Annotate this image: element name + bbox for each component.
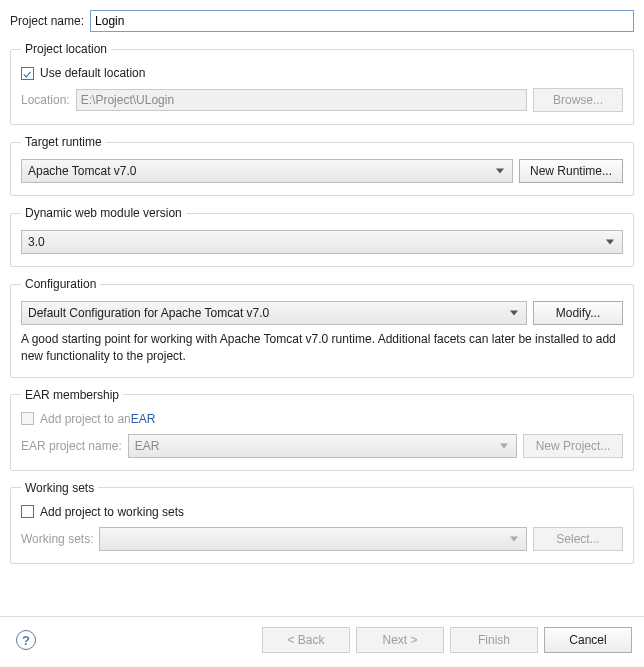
add-to-ear-link[interactable]: EAR: [131, 412, 156, 426]
finish-button: Finish: [450, 627, 538, 653]
browse-button: Browse...: [533, 88, 623, 112]
working-sets-group: Working sets Add project to working sets…: [10, 481, 634, 564]
add-to-working-sets-label: Add project to working sets: [40, 505, 184, 519]
ear-membership-group: EAR membership Add project to an EAR EAR…: [10, 388, 634, 471]
cancel-button[interactable]: Cancel: [544, 627, 632, 653]
dialog: Project name: Project location Use defau…: [0, 0, 644, 667]
project-name-input[interactable]: [90, 10, 634, 32]
target-runtime-select[interactable]: Apache Tomcat v7.0: [21, 159, 513, 183]
location-input: [76, 89, 527, 111]
dialog-body: Project name: Project location Use defau…: [0, 0, 644, 564]
new-project-button: New Project...: [523, 434, 623, 458]
new-runtime-button[interactable]: New Runtime...: [519, 159, 623, 183]
working-sets-label: Working sets:: [21, 532, 93, 546]
dynamic-web-group: Dynamic web module version 3.0: [10, 206, 634, 267]
location-row: Location: Browse...: [21, 88, 623, 112]
use-default-location-row: Use default location: [21, 66, 623, 80]
configuration-value: Default Configuration for Apache Tomcat …: [28, 306, 269, 320]
configuration-description: A good starting point for working with A…: [21, 331, 623, 365]
target-runtime-legend: Target runtime: [21, 135, 106, 149]
dynamic-web-row: 3.0: [21, 230, 623, 254]
project-name-row: Project name:: [10, 10, 634, 32]
help-icon[interactable]: ?: [16, 630, 36, 650]
add-to-ear-label-prefix: Add project to an: [40, 412, 131, 426]
project-location-legend: Project location: [21, 42, 111, 56]
dynamic-web-select[interactable]: 3.0: [21, 230, 623, 254]
ear-project-name-row: EAR project name: EAR New Project...: [21, 434, 623, 458]
select-working-sets-button: Select...: [533, 527, 623, 551]
ear-project-name-select: EAR: [128, 434, 517, 458]
target-runtime-value: Apache Tomcat v7.0: [28, 164, 137, 178]
configuration-row: Default Configuration for Apache Tomcat …: [21, 301, 623, 325]
ear-project-name-value: EAR: [135, 439, 160, 453]
project-location-group: Project location Use default location Lo…: [10, 42, 634, 125]
use-default-location-checkbox[interactable]: [21, 67, 34, 80]
dialog-footer: ? < Back Next > Finish Cancel: [0, 616, 644, 667]
working-sets-select: [99, 527, 527, 551]
target-runtime-group: Target runtime Apache Tomcat v7.0 New Ru…: [10, 135, 634, 196]
back-button: < Back: [262, 627, 350, 653]
location-label: Location:: [21, 93, 70, 107]
target-runtime-row: Apache Tomcat v7.0 New Runtime...: [21, 159, 623, 183]
working-sets-row: Working sets: Select...: [21, 527, 623, 551]
configuration-group: Configuration Default Configuration for …: [10, 277, 634, 378]
add-to-working-sets-row: Add project to working sets: [21, 505, 623, 519]
ear-membership-legend: EAR membership: [21, 388, 123, 402]
dynamic-web-value: 3.0: [28, 235, 45, 249]
dynamic-web-legend: Dynamic web module version: [21, 206, 186, 220]
add-to-ear-row: Add project to an EAR: [21, 412, 623, 426]
configuration-select[interactable]: Default Configuration for Apache Tomcat …: [21, 301, 527, 325]
configuration-legend: Configuration: [21, 277, 100, 291]
working-sets-legend: Working sets: [21, 481, 98, 495]
next-button: Next >: [356, 627, 444, 653]
use-default-location-label: Use default location: [40, 66, 145, 80]
ear-project-name-label: EAR project name:: [21, 439, 122, 453]
modify-button[interactable]: Modify...: [533, 301, 623, 325]
add-to-working-sets-checkbox[interactable]: [21, 505, 34, 518]
project-name-label: Project name:: [10, 14, 84, 28]
add-to-ear-checkbox[interactable]: [21, 412, 34, 425]
